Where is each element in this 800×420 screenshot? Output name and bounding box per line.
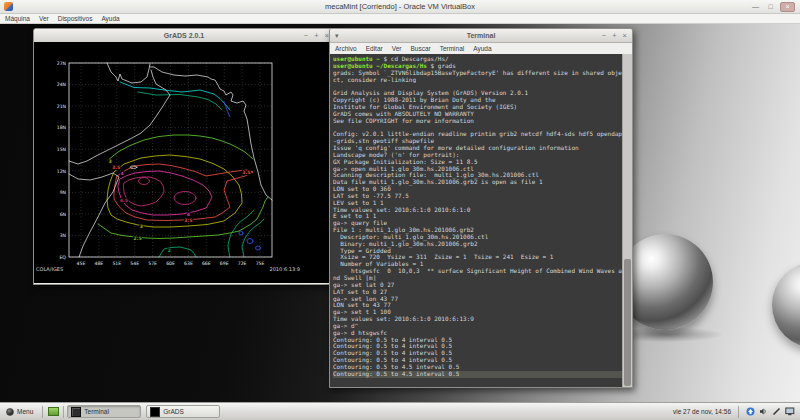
terminal-line: Data file multi_1.glo_30m.hs.201006.grb2… [333, 179, 622, 186]
x-tick-label: 75E [256, 261, 265, 266]
close-icon[interactable]: × [623, 31, 627, 40]
taskbar-window-label: GrADS [163, 408, 184, 415]
y-tick-label: 3N [60, 233, 66, 238]
contour-plot: 45E48E51E54E57E60E63E66E69E72E75EEQ3N6N9… [34, 42, 332, 283]
y-tick-label: 18N [57, 125, 66, 130]
terminal-line: htsgwsfc 0 10,0,3 ** surface Significant… [333, 268, 622, 275]
grads-titlebar[interactable]: GrADS 2.0.1 − + × [34, 29, 334, 43]
terminal-line: ga-> d^ [333, 323, 622, 330]
terminal-line: LAT set to 0 27 [333, 289, 622, 296]
x-tick-label: 51E [112, 261, 121, 266]
scrollbar[interactable] [622, 54, 632, 387]
host-menu-dispositivos[interactable]: Dispositivos [58, 15, 93, 22]
terminal-line: LON set to 43 77 [333, 302, 622, 309]
contour-level-4.5 [174, 192, 196, 205]
taskbar-window-grads[interactable]: GrADS [146, 405, 220, 418]
x-tick-label: 57E [148, 261, 157, 266]
y-tick-label: 9N [60, 190, 66, 195]
terminal-line: Landscape mode? ('n' for portrait): [333, 152, 622, 159]
taskbar-window-terminal[interactable]: Terminal [67, 405, 141, 418]
wallpaper-sphere-partial [772, 262, 800, 348]
x-tick-label: 69E [220, 261, 229, 266]
contour-level-4.5 [139, 178, 150, 185]
terminal-menu-terminal[interactable]: Terminal [440, 45, 465, 52]
x-tick-label: 72E [238, 261, 247, 266]
terminal-line: Contouring: 0.5 to 4 interval 0.5 [333, 343, 622, 350]
host-menu-ver[interactable]: Ver [39, 15, 49, 22]
contour-level-4.5 [124, 177, 165, 206]
minimize-icon[interactable]: − [304, 31, 308, 40]
terminal-line: Time values set: 2010:6:1:0 2010:6:1:0 [333, 207, 622, 214]
terminal-line: LON set to 0 360 [333, 186, 622, 193]
terminal-line [333, 83, 622, 90]
contour-label: 2.5 [134, 236, 142, 241]
volume-icon[interactable] [759, 407, 768, 416]
terminal-menu-buscar[interactable]: Buscar [410, 45, 430, 52]
minimize-icon[interactable]: − [602, 31, 606, 40]
contour-level-2 [228, 210, 254, 257]
desktop: GrADS 2.0.1 − + × [0, 24, 800, 402]
close-icon[interactable]: × [780, 2, 795, 12]
contour-level-0.5 [239, 231, 243, 235]
terminal-line: ga-> query file [333, 220, 622, 227]
terminal-menu-ayuda[interactable]: Ayuda [473, 45, 491, 52]
y-tick-label: EQ [59, 255, 66, 260]
scrollbar-thumb[interactable] [624, 259, 631, 386]
contour-label: 3.5 [112, 165, 120, 170]
maximize-icon[interactable]: □ [764, 2, 777, 11]
y-tick-label: 12N [57, 169, 66, 174]
terminal-line: Contouring: 0.5 to 4.5 interval 0.5 [333, 371, 622, 378]
terminal-line: user@ubuntu ~ $ cd Descargas/Hs/ [333, 56, 622, 63]
terminal-line: Contouring: 0.5 to 4 interval 0.5 [333, 337, 622, 344]
update-manager-icon[interactable] [746, 407, 755, 416]
terminal-line: grads: Symbol `_ZTVN6libdap15BaseTypeFac… [333, 70, 622, 77]
host-menu-ayuda[interactable]: Ayuda [101, 15, 119, 22]
minimize-icon[interactable]: — [749, 2, 762, 11]
terminal-window-title: Terminal [330, 29, 632, 42]
display-icon[interactable] [785, 407, 794, 416]
terminal-output: user@ubuntu ~ $ cd Descargas/Hs/user@ubu… [333, 56, 622, 378]
maximize-icon[interactable]: + [612, 31, 616, 40]
terminal-line: ga-> open multi_1.glo_30m.hs.201006.ctl [333, 166, 622, 173]
menu-button[interactable]: Menu [0, 403, 39, 420]
taskbar-separator [738, 406, 739, 418]
terminal-menu-editar[interactable]: Editar [366, 45, 383, 52]
host-menu-máquina[interactable]: Máquina [5, 15, 30, 22]
y-tick-label: 27N [57, 61, 66, 66]
terminal-line: Grid Analysis and Display System (GrADS)… [333, 90, 622, 97]
terminal-line: GX Package Initialization: Size = 11 8.5 [333, 159, 622, 166]
system-tray: vie 27 de nov, 14:56 [673, 406, 800, 418]
contour-level-2 [138, 92, 222, 110]
clock[interactable]: vie 27 de nov, 14:56 [673, 408, 731, 415]
terminal-menu-archivo[interactable]: Archivo [335, 45, 357, 52]
terminal-line: ct, consider re-linking [333, 77, 622, 84]
terminal-titlebar[interactable]: ▾ Terminal − + × [330, 29, 632, 43]
terminal-body[interactable]: user@ubuntu ~ $ cd Descargas/Hs/user@ubu… [330, 54, 632, 387]
contour-label: 3.5 [184, 218, 192, 223]
grads-canvas: 45E48E51E54E57E60E63E66E69E72E75EEQ3N6N9… [34, 42, 332, 283]
grads-footer-left: COLA/IGES [36, 266, 63, 272]
taskbar-window-label: Terminal [84, 408, 109, 415]
contour-level-1.5 [120, 82, 230, 110]
stylus-icon[interactable] [772, 407, 781, 416]
maximize-icon[interactable]: + [314, 31, 318, 40]
contour-level-4 [118, 171, 212, 215]
taskbar-window-list: TerminalGrADS [67, 405, 225, 418]
contour-level-0.5 [247, 239, 253, 244]
x-tick-label: 66E [202, 261, 211, 266]
terminal-line: Issue 'q config' command for more detail… [333, 145, 622, 152]
terminal-line: Number of Variables = 1 [333, 261, 622, 268]
terminal-line: ga-> set lat 0 27 [333, 282, 622, 289]
host-titlebar[interactable]: mecaMint [Corriendo] - Oracle VM Virtual… [0, 0, 800, 14]
contour-level-0.5 [256, 246, 261, 250]
terminal-line: nd Swell [m] [333, 275, 622, 282]
terminal-menu-ver[interactable]: Ver [392, 45, 402, 52]
terminal-icon [71, 407, 81, 417]
x-tick-label: 48E [94, 261, 103, 266]
terminal-line: -grids,stn geotiff shapefile [333, 138, 622, 145]
show-desktop-button[interactable] [46, 406, 60, 418]
terminal-line: Descriptor: multi_1.glo_30m.hs.201006.ct… [333, 234, 622, 241]
terminal-line: LEV set to 1 1 [333, 200, 622, 207]
contour-level-3 [107, 155, 242, 227]
contour-label: 3.5 [242, 170, 250, 175]
